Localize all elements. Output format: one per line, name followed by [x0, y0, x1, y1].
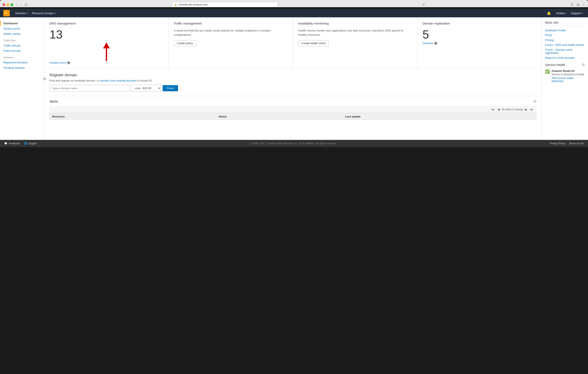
close-button[interactable] — [2, 3, 5, 6]
forward-button[interactable]: › — [19, 2, 22, 7]
alerts-pagination: ⏮ ◀ No alerts to display ▶ ⏭ — [49, 106, 536, 113]
support-nav-item[interactable]: Support ▾ — [569, 12, 585, 15]
resource-groups-nav-item[interactable]: Resource Groups ▾ — [30, 12, 57, 15]
sidebar-item-health-checks[interactable]: Health checks — [0, 31, 44, 37]
global-chevron: ▾ — [565, 12, 566, 14]
footer-left: 💬 Feedback 🌐 English — [4, 142, 37, 145]
arrow-annotation — [49, 43, 163, 61]
support-chevron: ▾ — [581, 12, 583, 14]
alerts-header: Alerts ↻ — [49, 99, 536, 104]
last-page-button[interactable]: ⏭ — [529, 107, 534, 112]
sidebar-collapse-button[interactable]: ◀ — [42, 76, 47, 81]
traffic-lights — [2, 3, 13, 6]
sidebar-item-dashboard[interactable]: Dashboard — [0, 21, 44, 26]
developer-guide-link[interactable]: Developer Guide — [545, 29, 585, 32]
domain-search-row: .com - $12.00 .net - $11.00 .org - $12.0… — [49, 85, 536, 92]
sidebar-item-policy-records[interactable]: Policy records — [0, 48, 44, 53]
arrow-shaft — [106, 48, 107, 61]
service-health-info: Amazon Route 53 Service is operating nor… — [551, 69, 585, 83]
hosted-zones-link[interactable]: Hosted zones i — [49, 61, 163, 64]
availability-card-title: Availability monitoring — [298, 21, 412, 25]
aws-health-dashboard-link[interactable]: AWS service health dashboard — [551, 77, 585, 83]
nav-buttons: ‹ › — [15, 2, 22, 7]
availability-card: Availability monitoring Health checks mo… — [293, 17, 418, 68]
traffic-card-title: Traffic management — [174, 21, 288, 25]
alerts-table: Resource Status Last update — [49, 113, 536, 120]
language-selector[interactable]: 🌐 English — [24, 142, 37, 145]
hosted-zones-info-icon[interactable]: i — [67, 61, 70, 64]
more-info-title: More info — [545, 21, 585, 26]
status-col-header: Status — [216, 113, 343, 120]
check-button[interactable]: Check — [163, 85, 178, 91]
sidebar-item-pending-requests[interactable]: Pending requests — [0, 65, 44, 70]
domains-info-icon[interactable]: i — [434, 42, 437, 45]
dns-card: DNS management 13 Hosted zones i — [44, 17, 169, 68]
minimize-button[interactable] — [7, 3, 9, 6]
first-page-button[interactable]: ⏮ — [490, 107, 495, 112]
prev-page-button[interactable]: ◀ — [496, 107, 501, 112]
dashboard-cards: DNS management 13 Hosted zones i Traffic… — [44, 17, 542, 69]
service-health-refresh-icon[interactable]: ↻ — [582, 63, 585, 67]
no-alerts-text: No alerts to display — [502, 108, 523, 111]
arrow-head — [103, 43, 110, 48]
availability-description: Health checks monitor your applications … — [298, 29, 412, 37]
faqs-link[interactable]: FAQs — [545, 34, 585, 37]
sidebar-item-traffic-policies[interactable]: Traffic policies — [0, 43, 44, 48]
maximize-button[interactable] — [10, 3, 13, 6]
right-sidebar: More info Developer Guide FAQs Pricing F… — [542, 17, 588, 140]
sidebar: ◀ Dashboard Hosted zones Health checks T… — [0, 17, 44, 140]
sidebar-group-domains: Domains — [0, 53, 44, 60]
sidebar-item-registered-domains[interactable]: Registered domains — [0, 60, 44, 65]
traffic-description: A visual tool that lets you easily creat… — [174, 29, 288, 37]
global-nav-item[interactable]: Global ▾ — [554, 12, 568, 15]
footer: 💬 Feedback 🌐 English © 2008 - 2017, Amaz… — [0, 140, 588, 147]
create-policy-button[interactable]: Create policy — [174, 40, 196, 46]
share-button[interactable]: ⬆ — [570, 2, 575, 7]
next-page-button[interactable]: ▶ — [524, 107, 528, 112]
content-main: DNS management 13 Hosted zones i Traffic… — [44, 17, 542, 140]
aws-logo: ⬡ — [3, 10, 10, 16]
limit-increase-link[interactable]: Request a limit increase — [545, 56, 585, 59]
domain-input[interactable] — [49, 85, 130, 92]
footer-right: Privacy Policy Terms of Use — [550, 142, 584, 145]
tab-button[interactable]: ⊡ — [24, 2, 28, 7]
alerts-title: Alerts — [49, 100, 58, 104]
sidebar-item-hosted-zones[interactable]: Hosted zones — [0, 26, 44, 31]
browser-actions: ⬆ ⊞ + — [570, 2, 586, 7]
domains-link[interactable]: Domains i — [422, 42, 536, 45]
nav-right: 🔔 Global ▾ Support ▾ — [545, 11, 585, 15]
new-tab-button[interactable]: ⊞ — [576, 2, 580, 7]
feedback-icon: 💬 — [4, 142, 7, 145]
alerts-refresh-icon[interactable]: ↻ — [534, 99, 536, 104]
domain-tld-select[interactable]: .com - $12.00 .net - $11.00 .org - $12.0… — [131, 85, 161, 92]
reload-button[interactable]: ↻ — [421, 2, 426, 7]
feedback-button[interactable]: 💬 Feedback — [4, 142, 20, 145]
bell-icon[interactable]: 🔔 — [545, 11, 553, 15]
aws-navbar: ⬡ Services ▾ Resource Groups ▾ 🔔 Global … — [0, 9, 588, 17]
sidebar-group-traffic: Traffic flow — [0, 37, 44, 43]
domain-reg-title: Domain registration — [422, 21, 536, 25]
back-button[interactable]: ‹ — [15, 2, 18, 7]
status-ok-icon: ✅ — [545, 69, 550, 74]
alerts-section: Alerts ↻ ⏮ ◀ No alerts to display ▶ ⏭ Re… — [44, 96, 542, 123]
last-update-col-header: Last update — [343, 113, 536, 120]
forum-domain-link[interactable]: Forum - Domain name registration — [545, 48, 585, 54]
services-nav-item[interactable]: Services ▾ — [13, 12, 30, 15]
transfer-link[interactable]: transfer your existing domains — [100, 79, 136, 82]
resource-groups-chevron: ▾ — [54, 12, 55, 14]
service-name: Amazon Route 53 — [551, 69, 585, 73]
forum-dns-link[interactable]: Forum - DNS and health checks — [545, 43, 585, 46]
dns-card-title: DNS management — [49, 21, 163, 25]
service-status: Service is operating normally. — [551, 73, 585, 76]
pricing-link[interactable]: Pricing — [545, 38, 585, 42]
domain-count: 5 — [422, 29, 536, 40]
terms-of-use-link[interactable]: Terms of Use — [569, 142, 584, 145]
services-chevron: ▾ — [27, 12, 28, 14]
privacy-policy-link[interactable]: Privacy Policy — [550, 142, 566, 145]
service-health-item: ✅ Amazon Route 53 Service is operating n… — [545, 69, 585, 83]
add-tab-button[interactable]: + — [582, 2, 586, 7]
register-title: Register domain — [49, 73, 536, 77]
create-health-check-button[interactable]: Create health check — [298, 40, 329, 46]
register-domain-section: Register domain Find and register an ava… — [44, 69, 542, 96]
svg-text:⬡: ⬡ — [5, 12, 7, 15]
